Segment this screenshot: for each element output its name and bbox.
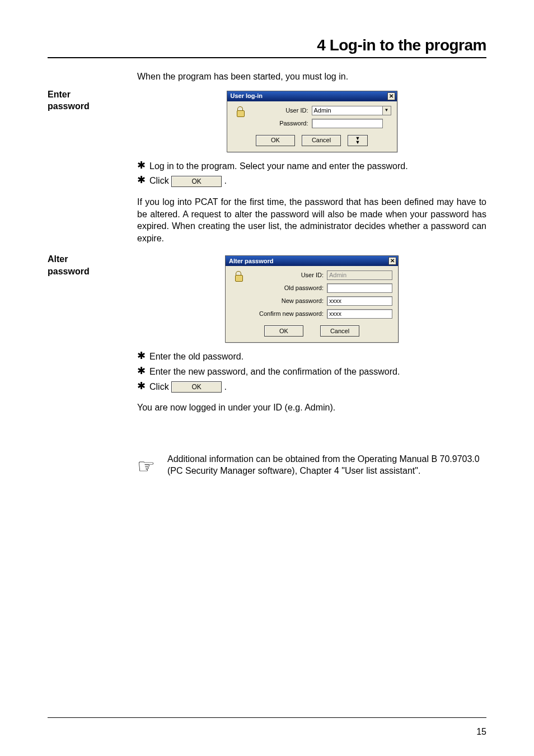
userid-label: User ID: — [253, 106, 312, 115]
page: 4 Log-in to the program When the program… — [0, 0, 534, 756]
close-icon[interactable]: ✕ — [387, 92, 395, 100]
bullet-icon: ✱ — [137, 160, 149, 172]
password-input[interactable] — [312, 119, 383, 128]
expand-button[interactable]: ▼▼ — [348, 135, 368, 146]
side-label-alter-password: Alter password — [48, 253, 137, 477]
chevron-down-icon[interactable]: ▼ — [383, 106, 391, 115]
step-click-ok-2: ✱ Click OK . — [137, 381, 486, 393]
bullet-icon: ✱ — [137, 351, 149, 363]
dialog-title: User log-in — [231, 92, 263, 100]
user-login-dialog: User log-in ✕ User ID: Admin — [227, 91, 397, 152]
new-password-label: New password: — [251, 297, 327, 305]
userid-dropdown[interactable]: Admin — [312, 106, 383, 115]
alter-password-dialog: Alter password ✕ User ID: Admin — [225, 255, 399, 343]
bullet-icon: ✱ — [137, 366, 149, 378]
confirm-password-label: Confirm new password: — [251, 310, 327, 318]
old-password-label: Old password: — [251, 284, 327, 292]
dialog-titlebar: User log-in ✕ — [227, 91, 397, 101]
lock-icon — [231, 270, 247, 286]
lock-icon — [233, 106, 249, 122]
header-rule — [48, 57, 486, 58]
step-login: ✱ Log in to the program. Select your nam… — [137, 160, 486, 172]
ok-button[interactable]: OK — [264, 325, 303, 337]
ok-button-inline: OK — [171, 176, 222, 187]
ok-button[interactable]: OK — [256, 135, 295, 146]
step-old-password: ✱ Enter the old password. — [137, 351, 486, 363]
cancel-button[interactable]: Cancel — [320, 325, 359, 337]
footnote: ☞ Additional information can be obtained… — [137, 453, 486, 477]
intro-paragraph: When the program has been started, you m… — [137, 71, 486, 83]
password-label: Password: — [253, 119, 312, 128]
confirm-password-input[interactable]: xxxx — [327, 309, 392, 319]
userid-readonly: Admin — [327, 270, 392, 280]
logged-in-paragraph: You are now logged in under your ID (e.g… — [137, 402, 486, 414]
new-password-input[interactable]: xxxx — [327, 296, 392, 306]
footnote-text: Additional information can be obtained f… — [167, 453, 486, 477]
pointing-hand-icon: ☞ — [137, 456, 155, 477]
old-password-input[interactable] — [327, 283, 392, 293]
cancel-button[interactable]: Cancel — [302, 135, 341, 146]
bullet-icon: ✱ — [137, 381, 149, 393]
page-title: 4 Log-in to the program — [48, 36, 486, 54]
ok-button-inline: OK — [171, 381, 222, 393]
bullet-icon: ✱ — [137, 175, 149, 187]
close-icon[interactable]: ✕ — [388, 257, 396, 265]
footer-rule — [48, 717, 486, 718]
pcat-paragraph: If you log into PCAT for the first time,… — [137, 196, 486, 244]
side-label-enter-password: Enter password — [48, 88, 137, 254]
dialog-titlebar: Alter password ✕ — [226, 256, 398, 266]
dialog-title: Alter password — [229, 257, 273, 265]
step-click-ok-1: ✱ Click OK . — [137, 175, 486, 187]
userid-label: User ID: — [251, 271, 327, 279]
chevron-double-down-icon: ▼▼ — [355, 137, 360, 144]
step-new-password: ✱ Enter the new password, and the confir… — [137, 366, 486, 378]
page-number: 15 — [476, 727, 486, 737]
